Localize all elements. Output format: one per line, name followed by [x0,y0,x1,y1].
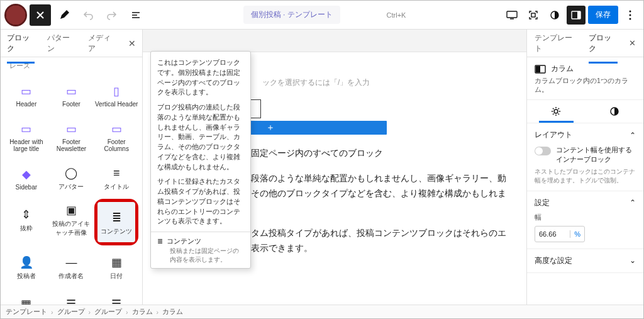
block-item-label: 投稿のアイキャッチ画像 [50,220,94,237]
block-item-authorname[interactable]: —作成者名 [50,247,94,287]
block-item-footer-news[interactable]: ▭Footer Newsletter [50,116,94,156]
tags-icon: ☰ [109,297,123,305]
breadcrumb-item[interactable]: カラム [132,308,153,316]
breadcrumb-separator: › [126,308,128,316]
block-item-modified[interactable]: ▦変更日 [4,288,48,305]
featured-icon: ▣ [64,203,78,217]
section-settings: 設定⌃ 幅 66.66 % [527,191,643,249]
contrast-button[interactable] [545,6,564,25]
tab-patterns[interactable]: パターン [47,24,75,63]
header-large-icon: ▭ [19,122,33,136]
svg-rect-1 [531,13,535,17]
block-item-label: Footer Newsletter [50,138,94,152]
inserter-close-button[interactable]: ✕ [128,38,136,48]
column-icon [535,65,546,74]
sidebar-close-button[interactable]: ✕ [629,38,636,48]
block-description: カラムブロック内の1つのカラム。 [535,77,636,94]
subtab-styles[interactable] [586,100,644,123]
block-item-vertical-header[interactable]: ▯Vertical Header [94,74,138,115]
block-item-label: 投稿者 [17,272,36,281]
svg-point-10 [554,109,558,113]
breadcrumb-item[interactable]: グループ [57,308,85,316]
block-item-tags[interactable]: ☰タグ [94,288,138,305]
block-item-header-large[interactable]: ▭Header with large title [4,116,48,156]
section-settings-toggle[interactable]: 設定⌃ [535,198,636,208]
breadcrumb-separator: › [157,308,159,316]
view-desktop-button[interactable] [502,6,521,25]
width-input[interactable]: 66.66 % [535,226,585,242]
undo-button[interactable] [77,4,99,26]
block-item-excerpt[interactable]: ⇕抜粋 [4,199,48,239]
tooltip-subtitle: 投稿または固定ページの内容を表示します。 [157,247,244,264]
author-icon: 👤 [19,255,33,269]
breadcrumb-separator: › [51,308,53,316]
tooltip-title-row: ≣ コンテンツ [157,236,244,247]
options-menu-button[interactable] [621,6,640,25]
inner-blocks-width-toggle[interactable] [535,147,551,155]
canvas-toolbar-blank [143,30,526,52]
block-item-featured[interactable]: ▣投稿のアイキャッチ画像 [50,199,94,239]
block-item-label: Footer Columns [94,138,138,152]
chevron-up-icon: ⌃ [630,198,636,207]
block-item-title[interactable]: ≡タイトル [94,157,138,198]
sidebar-icon: ◆ [19,167,33,181]
block-item-cats[interactable]: ☰カテゴリー [50,288,94,305]
zoom-out-button[interactable] [524,6,543,25]
site-logo[interactable] [4,4,27,26]
tooltip-paragraph: サイトに登録されたカスタム投稿タイプがあれば、投稿コンテンツブロックはそれらのエ… [157,177,244,227]
block-item-footer-cols[interactable]: ▭Footer Columns [94,116,138,156]
block-item-label: 日付 [110,272,123,281]
width-label: 幅 [535,213,636,222]
avatar-icon: ◯ [64,166,78,180]
block-item-author[interactable]: 👤投稿者 [4,247,48,287]
svg-rect-9 [536,66,540,72]
block-item-sidebar[interactable]: ◆Sidebar [4,157,48,198]
subtab-settings[interactable] [527,100,586,123]
content-icon: ≣ [109,211,123,225]
tab-template[interactable]: テンプレート [535,24,577,63]
placeholder-hint: ックを選択するには「/」を入力 [262,77,520,88]
date-icon: ▦ [109,255,123,269]
block-item-content[interactable]: ≣コンテンツ [97,202,135,242]
block-item-date[interactable]: ▦日付 [94,247,138,287]
redo-button[interactable] [101,4,123,26]
tab-media[interactable]: メディア [88,24,116,63]
footer-icon: ▭ [64,84,78,98]
settings-sidebar: テンプレート ブロック ✕ カラム カラムブロック内の1つのカラム。 レイアウト… [526,30,643,305]
block-item-label: Header with large title [4,138,48,152]
modified-icon: ▦ [19,297,33,305]
sidebar-tabs: テンプレート ブロック ✕ [527,30,643,57]
edit-tool-button[interactable] [53,4,75,26]
block-item-label: Sidebar [16,184,37,191]
breadcrumb-item[interactable]: グループ [94,308,122,316]
block-item-label: コンテンツ [101,227,132,236]
breadcrumb-item[interactable]: テンプレート [6,308,47,316]
list-view-button[interactable] [125,4,147,26]
tab-block[interactable]: ブロック [589,24,618,63]
content-icon: ≣ [157,236,163,247]
svg-point-5 [630,10,631,12]
settings-sidebar-button[interactable] [567,6,586,25]
chevron-up-icon: ⌃ [630,131,636,140]
save-button[interactable]: 保存 [588,6,618,24]
document-title[interactable]: 個別投稿 · テンプレート [243,6,340,24]
tooltip-paragraph: これはコンテンツブロックです。個別投稿または固定ページ内のすべてのブロックを表示… [157,58,244,98]
tab-blocks[interactable]: ブロック [7,24,35,63]
block-item-label: アバター [58,182,84,191]
sidebar-subtabs [527,100,643,123]
breadcrumb-item[interactable]: カラム [162,308,183,316]
block-item-header[interactable]: ▭Header [4,74,48,115]
block-item-label: 抜粋 [20,224,33,233]
width-value[interactable]: 66.66 [535,230,570,238]
width-unit-select[interactable]: % [570,230,584,238]
header-icon: ▭ [19,84,33,98]
block-item-footer[interactable]: ▭Footer [50,74,94,115]
command-shortcut: Ctrl+K [387,11,406,19]
block-grid: ▭Header▭Footer▯Vertical Header▭Header wi… [1,72,142,305]
block-item-avatar[interactable]: ◯アバター [50,157,94,198]
section-advanced-toggle[interactable]: 高度な設定⌄ [535,255,636,266]
title-icon: ≡ [109,166,123,180]
close-inserter-button[interactable] [30,4,51,26]
cats-icon: ☰ [64,297,78,305]
section-layout-toggle[interactable]: レイアウト⌃ [535,130,636,140]
